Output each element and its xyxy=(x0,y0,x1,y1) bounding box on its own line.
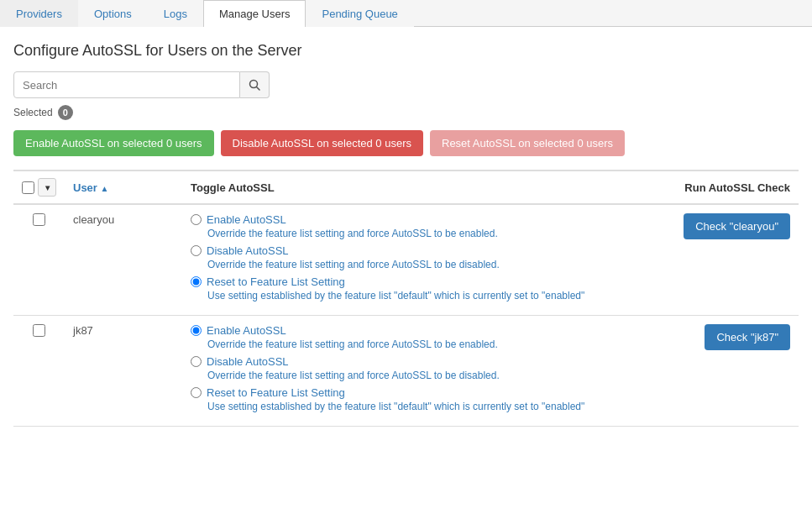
radio-desc-jk87-reset: Use setting established by the feature l… xyxy=(207,401,594,412)
reset-autossl-button[interactable]: Reset AutoSSL on selected 0 users xyxy=(430,130,625,156)
radio-jk87-enable[interactable] xyxy=(191,325,202,336)
radio-label-jk87-enable[interactable]: Enable AutoSSL xyxy=(191,324,594,337)
radio-text-jk87-enable: Enable AutoSSL xyxy=(207,324,286,337)
selected-count-badge: 0 xyxy=(58,105,73,120)
select-all-checkbox[interactable] xyxy=(22,181,34,194)
table-header-row: ▾ User ▲ Toggle AutoSSL Run AutoSSL Chec… xyxy=(13,170,799,204)
radio-label-clearyou-disable[interactable]: Disable AutoSSL xyxy=(191,244,594,257)
radio-label-jk87-reset[interactable]: Reset to Feature List Setting xyxy=(191,386,594,399)
radio-jk87-disable[interactable] xyxy=(191,356,202,367)
radio-text-clearyou-reset: Reset to Feature List Setting xyxy=(207,275,345,288)
search-button[interactable] xyxy=(240,71,270,98)
radio-desc-clearyou-enable: Override the feature list setting and fo… xyxy=(207,228,594,239)
tab-bar: Providers Options Logs Manage Users Pend… xyxy=(0,0,812,27)
col-header-user[interactable]: User ▲ xyxy=(65,170,182,204)
search-input[interactable] xyxy=(13,71,240,98)
main-content: Configure AutoSSL for Users on the Serve… xyxy=(0,27,812,427)
table-row: jk87Enable AutoSSLOverride the feature l… xyxy=(13,316,799,427)
search-row xyxy=(13,71,799,98)
page-title: Configure AutoSSL for Users on the Serve… xyxy=(13,42,799,60)
radio-desc-clearyou-reset: Use setting established by the feature l… xyxy=(207,290,594,302)
select-all-dropdown[interactable]: ▾ xyxy=(38,178,56,197)
svg-line-1 xyxy=(257,87,260,91)
radio-option-clearyou-enable: Enable AutoSSLOverride the feature list … xyxy=(191,213,594,239)
tab-pending-queue[interactable]: Pending Queue xyxy=(306,0,413,27)
action-buttons: Enable AutoSSL on selected 0 users Disab… xyxy=(13,130,799,156)
col-header-check: ▾ xyxy=(13,170,65,204)
toggle-cell-clearyou: Enable AutoSSLOverride the feature list … xyxy=(182,204,602,316)
radio-option-jk87-disable: Disable AutoSSLOverride the feature list… xyxy=(191,355,594,381)
radio-desc-jk87-enable: Override the feature list setting and fo… xyxy=(207,338,594,350)
radio-jk87-reset[interactable] xyxy=(191,387,202,398)
user-checkbox-jk87[interactable] xyxy=(33,324,45,337)
run-cell-jk87: Check "jk87" xyxy=(602,316,799,427)
check-button-clearyou[interactable]: Check "clearyou" xyxy=(684,213,790,239)
user-name-clearyou: clearyou xyxy=(65,204,182,316)
tab-providers[interactable]: Providers xyxy=(0,0,78,27)
table-row: clearyouEnable AutoSSLOverride the featu… xyxy=(13,204,799,316)
user-checkbox-cell-clearyou xyxy=(13,204,65,316)
radio-option-clearyou-disable: Disable AutoSSLOverride the feature list… xyxy=(191,244,594,270)
enable-autossl-button[interactable]: Enable AutoSSL on selected 0 users xyxy=(13,130,214,156)
col-header-toggle: Toggle AutoSSL xyxy=(182,170,602,204)
radio-label-clearyou-enable[interactable]: Enable AutoSSL xyxy=(191,213,594,226)
tab-options[interactable]: Options xyxy=(78,0,148,27)
user-checkbox-cell-jk87 xyxy=(13,316,65,427)
disable-autossl-button[interactable]: Disable AutoSSL on selected 0 users xyxy=(221,130,423,156)
user-name-jk87: jk87 xyxy=(65,316,182,427)
radio-label-jk87-disable[interactable]: Disable AutoSSL xyxy=(191,355,594,368)
run-cell-clearyou: Check "clearyou" xyxy=(602,204,799,316)
toggle-cell-jk87: Enable AutoSSLOverride the feature list … xyxy=(182,316,602,427)
selected-row: Selected 0 xyxy=(13,105,799,120)
radio-clearyou-enable[interactable] xyxy=(191,214,202,225)
radio-text-jk87-disable: Disable AutoSSL xyxy=(207,355,289,368)
radio-text-clearyou-disable: Disable AutoSSL xyxy=(207,244,289,257)
users-table: ▾ User ▲ Toggle AutoSSL Run AutoSSL Chec… xyxy=(13,170,799,427)
radio-option-clearyou-reset: Reset to Feature List SettingUse setting… xyxy=(191,275,594,302)
col-header-run: Run AutoSSL Check xyxy=(602,170,799,204)
radio-clearyou-disable[interactable] xyxy=(191,245,202,256)
tab-manage-users[interactable]: Manage Users xyxy=(203,0,306,27)
search-icon xyxy=(249,79,260,91)
radio-text-jk87-reset: Reset to Feature List Setting xyxy=(207,386,345,399)
check-button-jk87[interactable]: Check "jk87" xyxy=(705,324,790,350)
selected-label: Selected xyxy=(13,107,53,118)
radio-option-jk87-reset: Reset to Feature List SettingUse setting… xyxy=(191,386,594,412)
radio-desc-clearyou-disable: Override the feature list setting and fo… xyxy=(207,259,594,270)
radio-clearyou-reset[interactable] xyxy=(191,276,202,287)
radio-desc-jk87-disable: Override the feature list setting and fo… xyxy=(207,370,594,381)
radio-label-clearyou-reset[interactable]: Reset to Feature List Setting xyxy=(191,275,594,288)
tab-logs[interactable]: Logs xyxy=(148,0,203,27)
radio-option-jk87-enable: Enable AutoSSLOverride the feature list … xyxy=(191,324,594,350)
radio-text-clearyou-enable: Enable AutoSSL xyxy=(207,213,286,226)
user-checkbox-clearyou[interactable] xyxy=(33,213,45,226)
